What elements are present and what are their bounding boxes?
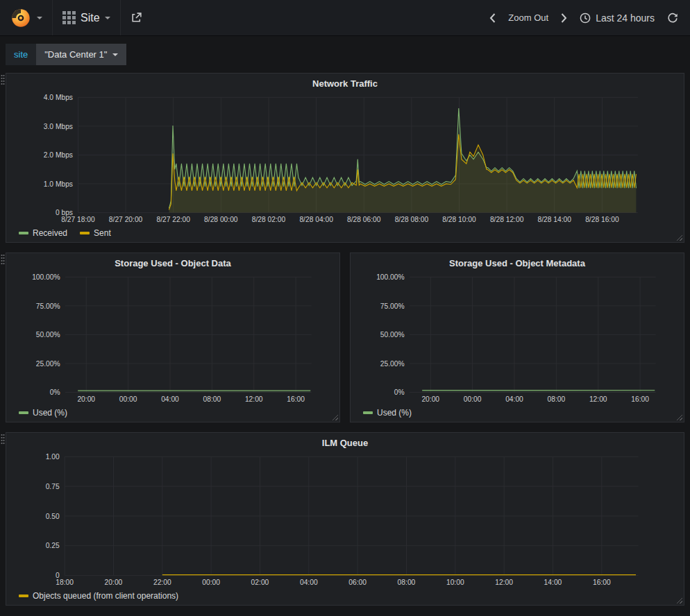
time-forward-button[interactable] — [555, 0, 573, 35]
legend-label: Objects queued (from client operations) — [33, 591, 178, 601]
x-axis-tick-label: 08:00 — [398, 579, 416, 586]
grafana-logo-icon — [10, 7, 32, 29]
y-axis-tick-label: 50.00% — [380, 331, 405, 339]
clock-icon — [580, 12, 591, 24]
share-button[interactable] — [121, 0, 152, 35]
x-axis-tick-label: 08:00 — [203, 395, 221, 403]
x-axis-tick-label: 12:00 — [589, 395, 607, 403]
legend-item[interactable]: Sent — [80, 228, 111, 238]
chart-legend: Used (%) — [10, 407, 335, 420]
panel-storage-object-data: Storage Used - Object Data 0%25.00%50.00… — [6, 253, 340, 422]
grid-icon — [62, 11, 76, 24]
legend-label: Received — [33, 228, 67, 238]
chart-area: 0%25.00%50.00%75.00%100.00%20:0000:0004:… — [10, 271, 335, 407]
variable-value-dropdown[interactable]: "Data Center 1" — [36, 44, 126, 65]
dashboard-picker[interactable]: Site — [53, 0, 120, 35]
navbar-left: Site — [0, 0, 152, 35]
time-range-label: Last 24 hours — [596, 12, 655, 24]
legend-label: Sent — [94, 228, 111, 238]
zoom-out-button[interactable]: Zoom Out — [502, 0, 555, 35]
x-axis-tick-label: 8/28 16:00 — [585, 216, 619, 223]
x-axis-tick-label: 00:00 — [464, 395, 482, 403]
legend-swatch — [19, 594, 28, 597]
row-drag-handle[interactable] — [1, 74, 5, 85]
x-axis-tick-label: 16:00 — [631, 395, 649, 403]
chart-legend: Used (%) — [355, 407, 680, 420]
variable-row: site "Data Center 1" — [0, 36, 690, 71]
x-axis-tick-label: 8/28 04:00 — [299, 216, 333, 223]
legend-item[interactable]: Received — [19, 228, 67, 238]
y-axis-tick-label: 50.00% — [36, 331, 60, 339]
row-drag-handle[interactable] — [1, 434, 5, 444]
row-drag-handle[interactable] — [1, 254, 5, 264]
y-axis-tick-label: 25.00% — [380, 360, 405, 368]
x-axis-tick-label: 04:00 — [505, 395, 523, 403]
chart-area: 0 bps1.0 Mbps2.0 Mbps3.0 Mbps4.0 Mbps8/2… — [10, 91, 680, 227]
chart-legend: Objects queued (from client operations) — [10, 590, 680, 604]
storage-object-metadata-chart[interactable]: 0%25.00%50.00%75.00%100.00%20:0000:0004:… — [355, 271, 680, 407]
panel-title[interactable]: ILM Queue — [10, 435, 680, 450]
panel-title[interactable]: Storage Used - Object Data — [10, 255, 335, 271]
template-variable-site: site "Data Center 1" — [6, 44, 126, 65]
chevron-left-icon — [489, 13, 496, 23]
storage-object-data-chart[interactable]: 0%25.00%50.00%75.00%100.00%20:0000:0004:… — [10, 271, 335, 407]
y-axis-tick-label: 100.00% — [32, 273, 60, 281]
x-axis-tick-label: 8/28 08:00 — [395, 216, 429, 223]
dashboard-row-3: ILM Queue 00.250.500.751.0018:0020:0022:… — [6, 432, 684, 606]
legend-swatch — [19, 411, 28, 414]
network-traffic-chart[interactable]: 0 bps1.0 Mbps2.0 Mbps3.0 Mbps4.0 Mbps8/2… — [10, 91, 680, 227]
time-range-picker[interactable]: Last 24 hours — [573, 0, 661, 35]
x-axis-tick-label: 22:00 — [153, 579, 171, 586]
caret-down-icon — [112, 53, 118, 56]
chart-area: 00.250.500.751.0018:0020:0022:0000:0002:… — [10, 450, 680, 590]
x-axis-tick-label: 04:00 — [300, 579, 318, 586]
legend-item[interactable]: Used (%) — [19, 408, 67, 418]
y-axis-tick-label: 2.0 Mbps — [44, 151, 73, 159]
legend-item[interactable]: Used (%) — [363, 408, 412, 418]
legend-label: Used (%) — [33, 408, 67, 418]
chart-area: 0%25.00%50.00%75.00%100.00%20:0000:0004:… — [355, 271, 680, 407]
caret-down-icon — [105, 17, 110, 19]
panel-network-traffic: Network Traffic 0 bps1.0 Mbps2.0 Mbps3.0… — [6, 73, 684, 243]
x-axis-tick-label: 14:00 — [544, 579, 562, 586]
zoom-out-label: Zoom Out — [508, 12, 548, 23]
panel-storage-object-metadata: Storage Used - Object Metadata 0%25.00%5… — [350, 253, 684, 422]
x-axis-tick-label: 20:00 — [421, 395, 439, 403]
panel-title[interactable]: Network Traffic — [10, 76, 680, 91]
legend-item[interactable]: Objects queued (from client operations) — [19, 591, 178, 601]
main-menu-button[interactable] — [0, 0, 52, 35]
y-axis-tick-label: 4.0 Mbps — [44, 94, 73, 101]
refresh-button[interactable] — [661, 0, 684, 35]
ilm-queue-chart[interactable]: 00.250.500.751.0018:0020:0022:0000:0002:… — [10, 450, 680, 590]
dashboard-row-2: Storage Used - Object Data 0%25.00%50.00… — [6, 253, 684, 422]
y-axis-tick-label: 0.50 — [46, 513, 60, 520]
x-axis-tick-label: 12:00 — [245, 395, 263, 403]
legend-swatch — [363, 411, 373, 414]
x-axis-tick-label: 08:00 — [548, 395, 566, 403]
dashboard-row-1: Network Traffic 0 bps1.0 Mbps2.0 Mbps3.0… — [6, 73, 684, 243]
y-axis-tick-label: 75.00% — [36, 302, 60, 310]
y-axis-tick-label: 0% — [394, 388, 405, 396]
variable-value: "Data Center 1" — [44, 49, 107, 60]
x-axis-tick-label: 18:00 — [56, 579, 74, 586]
x-axis-tick-label: 12:00 — [495, 579, 513, 586]
legend-swatch — [80, 232, 90, 234]
y-axis-tick-label: 0% — [50, 388, 60, 396]
y-axis-tick-label: 1.0 Mbps — [44, 180, 73, 188]
y-axis-tick-label: 75.00% — [380, 302, 405, 310]
x-axis-tick-label: 16:00 — [287, 395, 305, 403]
variable-label: site — [6, 44, 36, 65]
panel-title[interactable]: Storage Used - Object Metadata — [355, 255, 680, 271]
x-axis-tick-label: 8/28 06:00 — [347, 216, 381, 223]
time-back-button[interactable] — [483, 0, 502, 35]
y-axis-tick-label: 25.00% — [36, 360, 60, 368]
x-axis-tick-label: 8/28 12:00 — [490, 216, 524, 223]
navbar-right: Zoom Out Last 24 hours — [483, 0, 690, 35]
refresh-icon — [667, 12, 678, 24]
x-axis-tick-label: 04:00 — [161, 395, 179, 403]
share-icon — [131, 12, 142, 24]
dashboard-grid: Network Traffic 0 bps1.0 Mbps2.0 Mbps3.0… — [0, 71, 690, 606]
x-axis-tick-label: 8/28 02:00 — [252, 216, 286, 223]
top-navbar: Site Zoom Out — [0, 0, 690, 36]
x-axis-tick-label: 02:00 — [251, 579, 269, 586]
